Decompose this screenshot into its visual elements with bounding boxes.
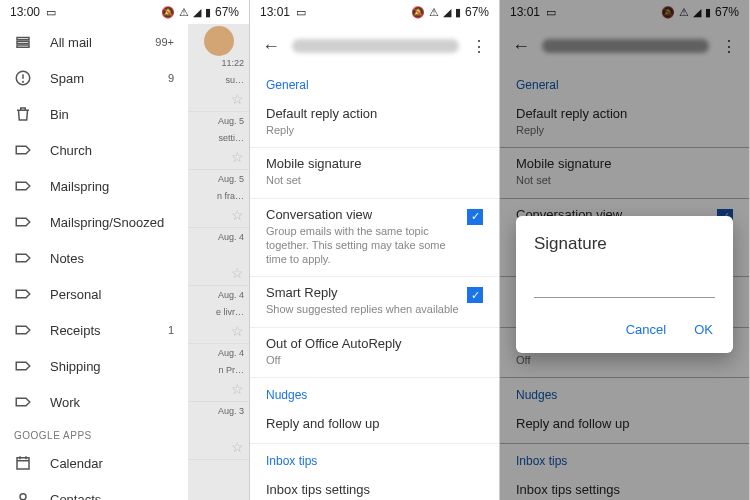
account-email-blurred <box>292 39 459 53</box>
drawer-item-mailspring-snoozed[interactable]: Mailspring/Snoozed <box>0 204 188 240</box>
battery-icon: ▮ <box>205 6 211 19</box>
drawer-item-shipping[interactable]: Shipping <box>0 348 188 384</box>
setting-sub: Not set <box>266 173 483 187</box>
inbox-row-peek: Aug. 4 n Pr… ☆ <box>188 344 250 402</box>
drawer-label: Mailspring/Snoozed <box>50 215 164 230</box>
inbox-row-peek: Aug. 5 n fra… ☆ <box>188 170 250 228</box>
stack-icon <box>14 33 32 51</box>
battery-text: 67% <box>215 5 239 19</box>
setting-out-of-office-autoreply[interactable]: Out of Office AutoReply Off <box>250 328 499 378</box>
drawer-item-work[interactable]: Work <box>0 384 188 420</box>
tag-icon <box>14 393 32 411</box>
drawer-label: Receipts <box>50 323 150 338</box>
setting-default-reply-action[interactable]: Default reply action Reply <box>250 98 499 148</box>
battery-text: 67% <box>465 5 489 19</box>
setting-title: Mobile signature <box>266 156 483 171</box>
panel-dialog: 13:01▭ 🔕⚠◢▮67% ← ⋮ General Default reply… <box>500 0 750 500</box>
dialog-title: Signature <box>534 234 715 254</box>
star-icon: ☆ <box>231 91 244 107</box>
svg-rect-0 <box>17 38 29 40</box>
drawer-item-spam[interactable]: Spam 9 <box>0 60 188 96</box>
drawer-label: Notes <box>50 251 156 266</box>
setting-inbox-tips[interactable]: Inbox tips settings <box>250 474 499 500</box>
nav-drawer: All mail 99+ Spam 9 Bin Church Mailsprin… <box>0 24 188 500</box>
calendar-notif-icon: ▭ <box>296 6 306 19</box>
section-general: General <box>250 68 499 98</box>
signal-icon: ◢ <box>193 6 201 19</box>
section-google-apps: Google Apps <box>0 420 188 445</box>
tag-icon <box>14 321 32 339</box>
svg-rect-6 <box>17 458 29 469</box>
setting-smart-reply[interactable]: Smart Reply Show suggested replies when … <box>250 277 499 327</box>
setting-mobile-signature[interactable]: Mobile signature Not set <box>250 148 499 198</box>
spam-icon <box>14 69 32 87</box>
star-icon: ☆ <box>231 381 244 397</box>
svg-point-5 <box>23 81 24 82</box>
signal-icon: ◢ <box>443 6 451 19</box>
section-inbox-tips: Inbox tips <box>250 444 499 474</box>
settings-list[interactable]: General Default reply action Reply Mobil… <box>250 68 499 500</box>
wifi-off-icon: ⚠ <box>429 6 439 19</box>
contacts-icon <box>14 490 32 500</box>
drawer-item-church[interactable]: Church <box>0 132 188 168</box>
drawer-item-contacts[interactable]: Contacts <box>0 481 188 500</box>
inbox-row-peek: Aug. 5 setti… ☆ <box>188 112 250 170</box>
calendar-icon <box>14 454 32 472</box>
svg-rect-2 <box>17 45 29 47</box>
drawer-label: Work <box>50 395 156 410</box>
drawer-label: Mailspring <box>50 179 156 194</box>
svg-point-10 <box>20 494 26 500</box>
drawer-label: Church <box>50 143 156 158</box>
tag-icon <box>14 213 32 231</box>
status-time: 13:01 <box>260 5 290 19</box>
setting-reply-follow-up[interactable]: Reply and follow up <box>250 408 499 444</box>
setting-sub: Group emails with the same topic togethe… <box>266 224 459 267</box>
drawer-item-receipts[interactable]: Receipts 1 <box>0 312 188 348</box>
tag-icon <box>14 249 32 267</box>
vibrate-icon: 🔕 <box>161 6 175 19</box>
battery-icon: ▮ <box>455 6 461 19</box>
signature-dialog: Signature Cancel OK <box>516 216 733 353</box>
status-bar: 13:00▭ 🔕⚠◢▮67% <box>0 0 249 24</box>
checkbox-checked-icon[interactable]: ✓ <box>467 287 483 303</box>
inbox-row-peek: 11:22 su… ☆ <box>188 54 250 112</box>
drawer-item-personal[interactable]: Personal <box>0 276 188 312</box>
drawer-label: Personal <box>50 287 156 302</box>
setting-sub: Show suggested replies when available <box>266 302 459 316</box>
star-icon: ☆ <box>231 439 244 455</box>
more-icon[interactable]: ⋮ <box>471 37 487 56</box>
drawer-count: 1 <box>168 324 174 336</box>
bin-icon <box>14 105 32 123</box>
inbox-row-peek: Aug. 4 e livr… ☆ <box>188 286 250 344</box>
ok-button[interactable]: OK <box>692 316 715 343</box>
cancel-button[interactable]: Cancel <box>624 316 668 343</box>
panel-drawer: 13:00▭ 🔕⚠◢▮67% 11:22 su… ☆ Aug. 5 setti…… <box>0 0 250 500</box>
setting-title: Out of Office AutoReply <box>266 336 483 351</box>
wifi-off-icon: ⚠ <box>179 6 189 19</box>
setting-title: Conversation view <box>266 207 459 222</box>
status-time: 13:00 <box>10 5 40 19</box>
drawer-item-all-mail[interactable]: All mail 99+ <box>0 24 188 60</box>
inbox-row-peek: Aug. 4 ☆ <box>188 228 250 286</box>
tag-icon <box>14 141 32 159</box>
drawer-item-notes[interactable]: Notes <box>0 240 188 276</box>
app-bar: ← ⋮ <box>250 24 499 68</box>
drawer-item-calendar[interactable]: Calendar <box>0 445 188 481</box>
setting-title: Default reply action <box>266 106 483 121</box>
setting-title: Smart Reply <box>266 285 459 300</box>
tag-icon <box>14 357 32 375</box>
drawer-label: Spam <box>50 71 150 86</box>
drawer-item-mailspring[interactable]: Mailspring <box>0 168 188 204</box>
panel-settings: 13:01▭ 🔕⚠◢▮67% ← ⋮ General Default reply… <box>250 0 500 500</box>
setting-sub: Off <box>266 353 483 367</box>
drawer-item-bin[interactable]: Bin <box>0 96 188 132</box>
back-icon[interactable]: ← <box>262 36 280 57</box>
tag-icon <box>14 285 32 303</box>
vibrate-icon: 🔕 <box>411 6 425 19</box>
status-bar: 13:01▭ 🔕⚠◢▮67% <box>250 0 499 24</box>
avatar <box>204 26 234 56</box>
setting-conversation-view[interactable]: Conversation view Group emails with the … <box>250 199 499 278</box>
signature-input[interactable] <box>534 278 715 298</box>
checkbox-checked-icon[interactable]: ✓ <box>467 209 483 225</box>
star-icon: ☆ <box>231 149 244 165</box>
